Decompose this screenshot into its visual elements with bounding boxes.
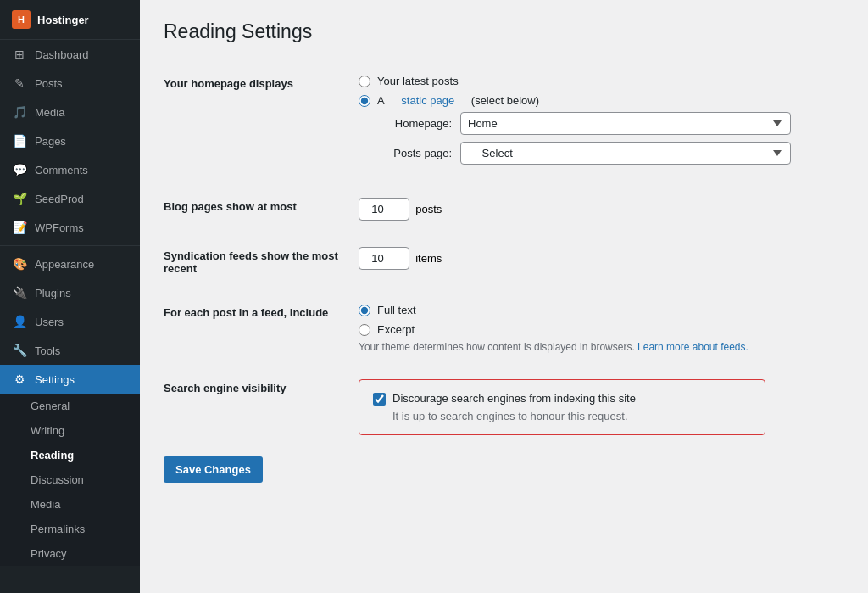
static-page-link[interactable]: static page — [401, 94, 454, 107]
plugins-icon: 🔌 — [12, 286, 27, 299]
sidebar-item-label: Comments — [35, 164, 88, 176]
radio-static-suffix: (select below) — [471, 94, 539, 107]
feed-include-label: For each post in a feed, include — [164, 291, 350, 366]
syndication-field: items — [350, 234, 844, 291]
sev-row: Search engine visibility Discourage sear… — [164, 366, 844, 449]
submenu-label: Discussion — [31, 473, 84, 486]
submenu-label: Writing — [31, 424, 64, 437]
radio-full-text[interactable]: Full text — [359, 304, 836, 316]
sidebar-item-label: Plugins — [35, 287, 71, 299]
sidebar-item-label: Posts — [35, 77, 63, 90]
appearance-icon: 🎨 — [12, 257, 27, 271]
save-row: Save Changes — [164, 448, 844, 491]
sidebar-item-plugins[interactable]: 🔌 Plugins — [0, 278, 140, 307]
submenu-item-media[interactable]: Media — [0, 492, 140, 517]
settings-icon: ⚙ — [12, 372, 27, 386]
sidebar-item-pages[interactable]: 📄 Pages — [0, 126, 140, 155]
sidebar-item-label: Media — [35, 106, 64, 119]
submenu-label: Permalinks — [31, 523, 85, 535]
feed-include-field: Full text Excerpt Your theme determines … — [350, 291, 844, 366]
blog-pages-input[interactable] — [359, 198, 409, 221]
wpforms-icon: 📝 — [12, 221, 27, 234]
submenu-item-general[interactable]: General — [0, 394, 140, 418]
radio-full-text-label: Full text — [377, 304, 416, 316]
posts-page-selector-row: Posts page: — Select — — [376, 142, 836, 165]
sidebar-item-comments[interactable]: 💬 Comments — [0, 155, 140, 184]
homepage-select[interactable]: Home — [460, 112, 791, 135]
sidebar-item-label: Users — [35, 316, 64, 328]
submenu-item-privacy[interactable]: Privacy — [0, 541, 140, 566]
sidebar-item-appearance[interactable]: 🎨 Appearance — [0, 249, 140, 278]
sidebar-item-posts[interactable]: ✎ Posts — [0, 69, 140, 98]
pages-icon: 📄 — [12, 134, 27, 148]
radio-static-page-text: A — [377, 94, 385, 107]
posts-icon: ✎ — [12, 76, 27, 90]
homepage-displays-row: Your homepage displays Your latest posts… — [164, 62, 844, 185]
homepage-radio-group: Your latest posts A static page (select … — [359, 75, 836, 107]
page-title: Reading Settings — [164, 20, 844, 43]
sidebar-item-label: WPForms — [35, 221, 84, 234]
sidebar-item-settings[interactable]: ⚙ Settings — [0, 365, 140, 394]
save-changes-button[interactable]: Save Changes — [164, 456, 263, 483]
sev-checkbox-label[interactable]: Discourage search engines from indexing … — [373, 392, 751, 406]
sev-field: Discourage search engines from indexing … — [350, 366, 844, 449]
sidebar-brand[interactable]: H Hostinger — [0, 0, 140, 40]
settings-table: Your homepage displays Your latest posts… — [164, 62, 844, 448]
feed-note-link[interactable]: Learn more about feeds. — [637, 341, 748, 353]
blog-pages-unit: posts — [415, 203, 442, 215]
blog-pages-label: Blog pages show at most — [164, 185, 350, 234]
sidebar-item-label: Dashboard — [35, 48, 89, 61]
sidebar-item-wpforms[interactable]: 📝 WPForms — [0, 213, 140, 242]
media-icon: 🎵 — [12, 105, 27, 119]
radio-full-text-input[interactable] — [359, 305, 370, 316]
submenu-item-permalinks[interactable]: Permalinks — [0, 517, 140, 541]
radio-excerpt-input[interactable] — [359, 324, 370, 336]
radio-excerpt[interactable]: Excerpt — [359, 323, 836, 336]
settings-submenu: General Writing Reading Discussion Media… — [0, 394, 140, 566]
hostinger-icon: H — [12, 10, 31, 29]
syndication-input[interactable] — [359, 247, 409, 270]
radio-latest-posts[interactable]: Your latest posts — [359, 75, 836, 87]
sidebar-divider — [0, 245, 140, 246]
sidebar-item-label: Settings — [35, 373, 75, 386]
tools-icon: 🔧 — [12, 344, 27, 357]
blog-pages-field: posts — [350, 185, 844, 234]
sidebar-item-media[interactable]: 🎵 Media — [0, 98, 140, 126]
homepage-selector-label: Homepage: — [376, 117, 452, 130]
brand-label: Hostinger — [37, 14, 89, 26]
homepage-displays-field: Your latest posts A static page (select … — [350, 62, 844, 185]
sidebar-item-label: SeedProd — [35, 193, 84, 205]
sev-box: Discourage search engines from indexing … — [359, 379, 765, 435]
sidebar-item-users[interactable]: 👤 Users — [0, 307, 140, 336]
blog-pages-row: Blog pages show at most posts — [164, 185, 844, 234]
main-content: Reading Settings Your homepage displays … — [140, 0, 868, 593]
sidebar-item-seedprod[interactable]: 🌱 SeedProd — [0, 184, 140, 213]
comments-icon: 💬 — [12, 163, 27, 176]
radio-excerpt-label: Excerpt — [377, 323, 415, 336]
radio-static-page[interactable]: A static page (select below) — [359, 94, 836, 107]
feed-include-row: For each post in a feed, include Full te… — [164, 291, 844, 366]
submenu-label: Reading — [31, 449, 74, 462]
radio-latest-posts-input[interactable] — [359, 76, 370, 87]
sev-description: It is up to search engines to honour thi… — [392, 410, 751, 422]
sidebar-item-label: Pages — [35, 135, 66, 148]
submenu-item-writing[interactable]: Writing — [0, 418, 140, 443]
sidebar-item-tools[interactable]: 🔧 Tools — [0, 336, 140, 365]
submenu-item-reading[interactable]: Reading — [0, 443, 140, 467]
dashboard-icon: ⊞ — [12, 48, 27, 61]
reading-settings-form: Your homepage displays Your latest posts… — [164, 62, 844, 491]
page-selectors: Homepage: Home Posts page: — Select — — [376, 112, 836, 165]
sidebar-item-dashboard[interactable]: ⊞ Dashboard — [0, 40, 140, 69]
syndication-label: Syndication feeds show the most recent — [164, 234, 350, 291]
sev-checkbox[interactable] — [373, 393, 386, 406]
submenu-item-discussion[interactable]: Discussion — [0, 467, 140, 492]
homepage-displays-label: Your homepage displays — [164, 62, 350, 185]
syndication-unit: items — [415, 252, 442, 265]
feed-radio-group: Full text Excerpt — [359, 304, 836, 336]
posts-page-selector-label: Posts page: — [376, 147, 452, 159]
users-icon: 👤 — [12, 315, 27, 328]
radio-static-page-input[interactable] — [359, 95, 370, 107]
posts-page-select[interactable]: — Select — — [460, 142, 791, 165]
homepage-selector-row: Homepage: Home — [376, 112, 836, 135]
feed-note: Your theme determines how content is dis… — [359, 341, 836, 353]
